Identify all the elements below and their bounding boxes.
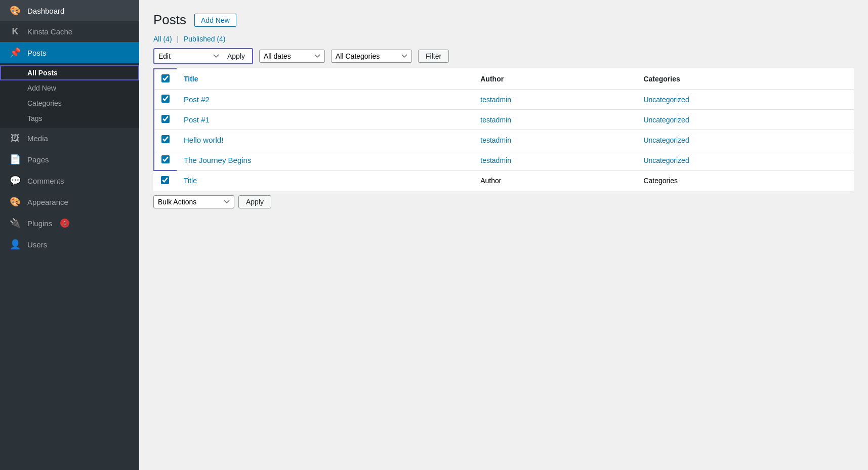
- row-categories-cell: Uncategorized: [636, 110, 854, 130]
- table-row: Post #1 testadmin Uncategorized: [154, 110, 854, 130]
- sidebar-item-label: Appearance: [27, 198, 68, 206]
- author-link[interactable]: testadmin: [480, 96, 511, 104]
- posts-tbody: Post #2 testadmin Uncategorized Post #1 …: [154, 90, 854, 171]
- filter-published-link[interactable]: Published (4): [184, 35, 226, 43]
- post-title-link[interactable]: The Journey Begins: [184, 156, 251, 164]
- row-categories-cell: Uncategorized: [636, 150, 854, 171]
- posts-table-wrapper: Title Author Categories Post #2 testadmi…: [153, 68, 854, 191]
- sidebar-item-appearance[interactable]: 🎨 Appearance: [0, 191, 139, 212]
- row-author-cell: testadmin: [473, 110, 636, 130]
- row-title-cell: Hello world!: [177, 130, 473, 150]
- sidebar-item-plugins[interactable]: 🔌 Plugins 1: [0, 212, 139, 234]
- category-link[interactable]: Uncategorized: [643, 96, 689, 104]
- main-content: Posts Add New All (4) | Published (4) Ed…: [139, 0, 868, 470]
- sidebar-item-add-new[interactable]: Add New: [0, 80, 139, 96]
- appearance-icon: 🎨: [9, 196, 21, 207]
- pages-icon: 📄: [9, 154, 21, 165]
- author-link[interactable]: testadmin: [480, 136, 511, 144]
- row-author-cell: testadmin: [473, 130, 636, 150]
- sidebar-item-label: Kinsta Cache: [27, 27, 72, 36]
- post-title-link[interactable]: Post #2: [184, 95, 210, 104]
- footer-title-sort[interactable]: Title: [184, 177, 197, 185]
- dashboard-icon: 🎨: [9, 5, 21, 16]
- sidebar-item-label: Posts: [27, 49, 47, 57]
- plugins-icon: 🔌: [9, 218, 21, 229]
- table-footer-row: Title Author Categories: [154, 170, 854, 191]
- category-link[interactable]: Uncategorized: [643, 116, 689, 124]
- select-all-checkbox[interactable]: [161, 74, 170, 82]
- table-row: Post #2 testadmin Uncategorized: [154, 90, 854, 110]
- row-title-cell: Post #1: [177, 110, 473, 130]
- sidebar: 🎨 Dashboard K Kinsta Cache 📌 Posts All P…: [0, 0, 139, 470]
- category-link[interactable]: Uncategorized: [643, 136, 689, 144]
- sidebar-item-categories[interactable]: Categories: [0, 96, 139, 111]
- users-icon: 👤: [9, 239, 21, 250]
- footer-author-col: Author: [473, 170, 636, 191]
- bulk-actions-bottom-select[interactable]: Bulk Actions Edit Move to Trash: [153, 195, 234, 208]
- posts-table: Title Author Categories Post #2 testadmi…: [153, 68, 854, 191]
- row-checkbox-cell: [154, 130, 177, 150]
- category-link[interactable]: Uncategorized: [643, 156, 689, 164]
- row-author-cell: testadmin: [473, 150, 636, 171]
- sidebar-item-posts[interactable]: 📌 Posts: [0, 42, 139, 63]
- dates-filter-select[interactable]: All dates: [259, 50, 325, 63]
- posts-submenu: All Posts Add New Categories Tags: [0, 63, 139, 128]
- sidebar-item-label: Users: [27, 240, 47, 249]
- page-title-row: Posts Add New: [153, 12, 854, 28]
- footer-checkbox-cell: [154, 170, 177, 191]
- top-controls-row: Edit Bulk Actions Move to Trash Apply Al…: [153, 48, 854, 64]
- footer-select-all-checkbox[interactable]: [161, 176, 169, 184]
- posts-icon: 📌: [9, 47, 21, 58]
- sidebar-item-label: Media: [27, 134, 48, 143]
- author-link[interactable]: testadmin: [480, 156, 511, 164]
- sidebar-item-dashboard[interactable]: 🎨 Dashboard: [0, 0, 139, 21]
- sidebar-item-comments[interactable]: 💬 Comments: [0, 170, 139, 191]
- post-title-link[interactable]: Hello world!: [184, 136, 223, 144]
- bottom-bulk-row: Bulk Actions Edit Move to Trash Apply: [153, 195, 854, 208]
- kinsta-icon: K: [9, 26, 21, 37]
- footer-categories-col: Categories: [636, 170, 854, 191]
- page-title: Posts: [153, 12, 186, 28]
- table-row: Hello world! testadmin Uncategorized: [154, 130, 854, 150]
- row-checkbox-cell: [154, 110, 177, 130]
- sidebar-item-label: Pages: [27, 155, 49, 164]
- author-link[interactable]: testadmin: [480, 116, 511, 124]
- footer-title-col: Title: [177, 170, 473, 191]
- add-new-button[interactable]: Add New: [194, 14, 236, 27]
- table-header-row: Title Author Categories: [154, 69, 854, 90]
- row-title-cell: Post #2: [177, 90, 473, 110]
- row-checkbox-1[interactable]: [161, 95, 170, 103]
- row-categories-cell: Uncategorized: [636, 90, 854, 110]
- sidebar-item-label: Plugins: [27, 219, 52, 228]
- comments-icon: 💬: [9, 175, 21, 186]
- header-categories: Categories: [636, 69, 854, 90]
- row-title-cell: The Journey Begins: [177, 150, 473, 171]
- title-sort-link[interactable]: Title: [184, 75, 198, 83]
- sidebar-item-kinsta-cache[interactable]: K Kinsta Cache: [0, 21, 139, 42]
- filter-links: All (4) | Published (4): [153, 35, 854, 43]
- sidebar-item-all-posts[interactable]: All Posts: [0, 65, 139, 80]
- header-checkbox-cell: [154, 69, 177, 90]
- row-checkbox-4[interactable]: [161, 155, 170, 163]
- filter-separator: |: [177, 35, 179, 43]
- sidebar-item-label: Dashboard: [27, 7, 64, 15]
- table-row: The Journey Begins testadmin Uncategoriz…: [154, 150, 854, 171]
- sidebar-item-users[interactable]: 👤 Users: [0, 234, 139, 255]
- row-checkbox-cell: [154, 150, 177, 171]
- row-checkbox-2[interactable]: [161, 115, 170, 123]
- post-title-link[interactable]: Post #1: [184, 115, 210, 124]
- sidebar-item-pages[interactable]: 📄 Pages: [0, 149, 139, 170]
- sidebar-item-media[interactable]: 🖼 Media: [0, 128, 139, 149]
- row-checkbox-3[interactable]: [161, 135, 170, 143]
- apply-button-top[interactable]: Apply: [222, 50, 250, 62]
- filter-all-link[interactable]: All (4): [153, 35, 174, 43]
- row-categories-cell: Uncategorized: [636, 130, 854, 150]
- apply-button-bottom[interactable]: Apply: [238, 195, 271, 208]
- bulk-actions-outlined: Edit Bulk Actions Move to Trash Apply: [153, 48, 253, 64]
- filter-button[interactable]: Filter: [418, 50, 449, 63]
- plugins-badge: 1: [60, 219, 69, 228]
- sidebar-item-tags[interactable]: Tags: [0, 111, 139, 126]
- categories-filter-select[interactable]: All Categories: [331, 50, 412, 63]
- bulk-actions-top-select[interactable]: Edit Bulk Actions Move to Trash: [156, 50, 222, 62]
- row-checkbox-cell: [154, 90, 177, 110]
